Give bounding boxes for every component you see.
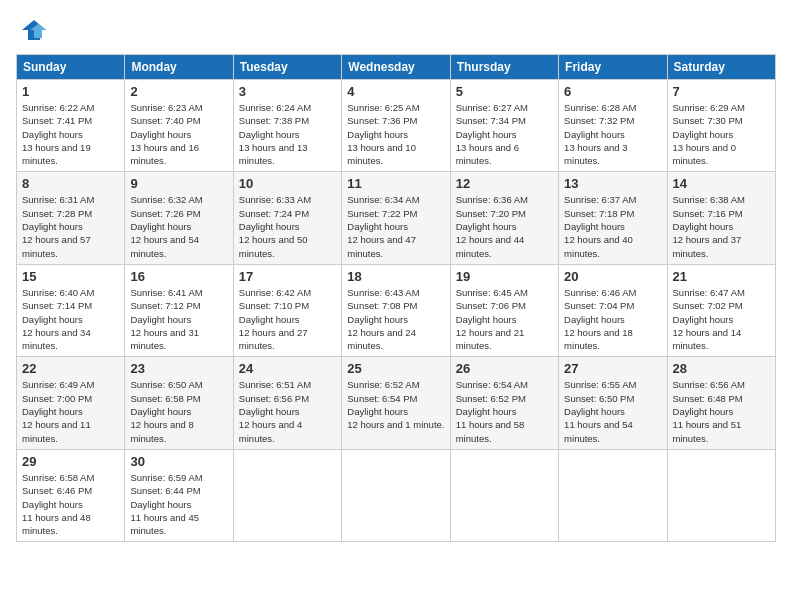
calendar-day-cell: 24Sunrise: 6:51 AMSunset: 6:56 PMDayligh… [233, 357, 341, 449]
day-number: 17 [239, 269, 336, 284]
calendar-day-cell: 20Sunrise: 6:46 AMSunset: 7:04 PMDayligh… [559, 264, 667, 356]
day-info: Sunrise: 6:25 AMSunset: 7:36 PMDaylight … [347, 101, 444, 167]
day-number: 25 [347, 361, 444, 376]
day-info: Sunrise: 6:51 AMSunset: 6:56 PMDaylight … [239, 378, 336, 444]
day-info: Sunrise: 6:56 AMSunset: 6:48 PMDaylight … [673, 378, 770, 444]
calendar-week-row: 29Sunrise: 6:58 AMSunset: 6:46 PMDayligh… [17, 449, 776, 541]
calendar-header-row: SundayMondayTuesdayWednesdayThursdayFrid… [17, 55, 776, 80]
day-number: 6 [564, 84, 661, 99]
day-number: 22 [22, 361, 119, 376]
day-number: 23 [130, 361, 227, 376]
day-info: Sunrise: 6:49 AMSunset: 7:00 PMDaylight … [22, 378, 119, 444]
day-number: 15 [22, 269, 119, 284]
day-info: Sunrise: 6:31 AMSunset: 7:28 PMDaylight … [22, 193, 119, 259]
day-info: Sunrise: 6:43 AMSunset: 7:08 PMDaylight … [347, 286, 444, 352]
day-number: 8 [22, 176, 119, 191]
calendar-day-cell: 29Sunrise: 6:58 AMSunset: 6:46 PMDayligh… [17, 449, 125, 541]
calendar-day-cell: 4Sunrise: 6:25 AMSunset: 7:36 PMDaylight… [342, 80, 450, 172]
calendar-day-cell [559, 449, 667, 541]
calendar-day-cell: 16Sunrise: 6:41 AMSunset: 7:12 PMDayligh… [125, 264, 233, 356]
day-number: 29 [22, 454, 119, 469]
calendar-day-cell [667, 449, 775, 541]
calendar-day-cell: 19Sunrise: 6:45 AMSunset: 7:06 PMDayligh… [450, 264, 558, 356]
day-number: 21 [673, 269, 770, 284]
day-info: Sunrise: 6:40 AMSunset: 7:14 PMDaylight … [22, 286, 119, 352]
day-info: Sunrise: 6:46 AMSunset: 7:04 PMDaylight … [564, 286, 661, 352]
day-info: Sunrise: 6:41 AMSunset: 7:12 PMDaylight … [130, 286, 227, 352]
calendar-week-row: 15Sunrise: 6:40 AMSunset: 7:14 PMDayligh… [17, 264, 776, 356]
calendar-day-cell: 9Sunrise: 6:32 AMSunset: 7:26 PMDaylight… [125, 172, 233, 264]
calendar-day-cell: 5Sunrise: 6:27 AMSunset: 7:34 PMDaylight… [450, 80, 558, 172]
calendar-day-cell: 11Sunrise: 6:34 AMSunset: 7:22 PMDayligh… [342, 172, 450, 264]
calendar-header-cell: Saturday [667, 55, 775, 80]
day-number: 13 [564, 176, 661, 191]
calendar-day-cell: 15Sunrise: 6:40 AMSunset: 7:14 PMDayligh… [17, 264, 125, 356]
day-info: Sunrise: 6:47 AMSunset: 7:02 PMDaylight … [673, 286, 770, 352]
day-info: Sunrise: 6:28 AMSunset: 7:32 PMDaylight … [564, 101, 661, 167]
calendar-day-cell: 26Sunrise: 6:54 AMSunset: 6:52 PMDayligh… [450, 357, 558, 449]
day-info: Sunrise: 6:36 AMSunset: 7:20 PMDaylight … [456, 193, 553, 259]
page: SundayMondayTuesdayWednesdayThursdayFrid… [0, 0, 792, 612]
day-info: Sunrise: 6:58 AMSunset: 6:46 PMDaylight … [22, 471, 119, 537]
day-number: 12 [456, 176, 553, 191]
day-info: Sunrise: 6:22 AMSunset: 7:41 PMDaylight … [22, 101, 119, 167]
calendar-header-cell: Friday [559, 55, 667, 80]
calendar-body: 1Sunrise: 6:22 AMSunset: 7:41 PMDaylight… [17, 80, 776, 542]
day-number: 28 [673, 361, 770, 376]
calendar-day-cell: 14Sunrise: 6:38 AMSunset: 7:16 PMDayligh… [667, 172, 775, 264]
calendar-table: SundayMondayTuesdayWednesdayThursdayFrid… [16, 54, 776, 542]
calendar-day-cell: 17Sunrise: 6:42 AMSunset: 7:10 PMDayligh… [233, 264, 341, 356]
day-number: 5 [456, 84, 553, 99]
day-number: 18 [347, 269, 444, 284]
calendar-day-cell: 18Sunrise: 6:43 AMSunset: 7:08 PMDayligh… [342, 264, 450, 356]
day-number: 24 [239, 361, 336, 376]
day-number: 10 [239, 176, 336, 191]
day-info: Sunrise: 6:27 AMSunset: 7:34 PMDaylight … [456, 101, 553, 167]
day-number: 3 [239, 84, 336, 99]
day-info: Sunrise: 6:45 AMSunset: 7:06 PMDaylight … [456, 286, 553, 352]
calendar-week-row: 8Sunrise: 6:31 AMSunset: 7:28 PMDaylight… [17, 172, 776, 264]
calendar-header-cell: Tuesday [233, 55, 341, 80]
day-number: 20 [564, 269, 661, 284]
logo-icon [16, 16, 48, 44]
calendar-header-cell: Sunday [17, 55, 125, 80]
calendar-day-cell: 25Sunrise: 6:52 AMSunset: 6:54 PMDayligh… [342, 357, 450, 449]
day-number: 26 [456, 361, 553, 376]
calendar-header-cell: Wednesday [342, 55, 450, 80]
day-number: 16 [130, 269, 227, 284]
day-info: Sunrise: 6:33 AMSunset: 7:24 PMDaylight … [239, 193, 336, 259]
day-info: Sunrise: 6:29 AMSunset: 7:30 PMDaylight … [673, 101, 770, 167]
day-number: 19 [456, 269, 553, 284]
calendar-day-cell: 28Sunrise: 6:56 AMSunset: 6:48 PMDayligh… [667, 357, 775, 449]
calendar-day-cell: 7Sunrise: 6:29 AMSunset: 7:30 PMDaylight… [667, 80, 775, 172]
day-number: 11 [347, 176, 444, 191]
calendar-week-row: 1Sunrise: 6:22 AMSunset: 7:41 PMDaylight… [17, 80, 776, 172]
calendar-day-cell [450, 449, 558, 541]
calendar-day-cell [233, 449, 341, 541]
day-info: Sunrise: 6:59 AMSunset: 6:44 PMDaylight … [130, 471, 227, 537]
calendar-day-cell: 1Sunrise: 6:22 AMSunset: 7:41 PMDaylight… [17, 80, 125, 172]
day-info: Sunrise: 6:55 AMSunset: 6:50 PMDaylight … [564, 378, 661, 444]
day-number: 4 [347, 84, 444, 99]
day-number: 1 [22, 84, 119, 99]
calendar-day-cell: 2Sunrise: 6:23 AMSunset: 7:40 PMDaylight… [125, 80, 233, 172]
calendar-day-cell: 21Sunrise: 6:47 AMSunset: 7:02 PMDayligh… [667, 264, 775, 356]
calendar-day-cell: 8Sunrise: 6:31 AMSunset: 7:28 PMDaylight… [17, 172, 125, 264]
day-info: Sunrise: 6:37 AMSunset: 7:18 PMDaylight … [564, 193, 661, 259]
calendar-day-cell: 22Sunrise: 6:49 AMSunset: 7:00 PMDayligh… [17, 357, 125, 449]
day-number: 7 [673, 84, 770, 99]
day-info: Sunrise: 6:42 AMSunset: 7:10 PMDaylight … [239, 286, 336, 352]
calendar-header-cell: Monday [125, 55, 233, 80]
day-number: 27 [564, 361, 661, 376]
calendar-day-cell: 12Sunrise: 6:36 AMSunset: 7:20 PMDayligh… [450, 172, 558, 264]
calendar-day-cell: 27Sunrise: 6:55 AMSunset: 6:50 PMDayligh… [559, 357, 667, 449]
calendar-week-row: 22Sunrise: 6:49 AMSunset: 7:00 PMDayligh… [17, 357, 776, 449]
calendar-header-cell: Thursday [450, 55, 558, 80]
day-info: Sunrise: 6:23 AMSunset: 7:40 PMDaylight … [130, 101, 227, 167]
calendar-day-cell: 23Sunrise: 6:50 AMSunset: 6:58 PMDayligh… [125, 357, 233, 449]
calendar-day-cell: 6Sunrise: 6:28 AMSunset: 7:32 PMDaylight… [559, 80, 667, 172]
calendar-day-cell: 30Sunrise: 6:59 AMSunset: 6:44 PMDayligh… [125, 449, 233, 541]
header [16, 16, 776, 44]
day-number: 30 [130, 454, 227, 469]
day-info: Sunrise: 6:54 AMSunset: 6:52 PMDaylight … [456, 378, 553, 444]
